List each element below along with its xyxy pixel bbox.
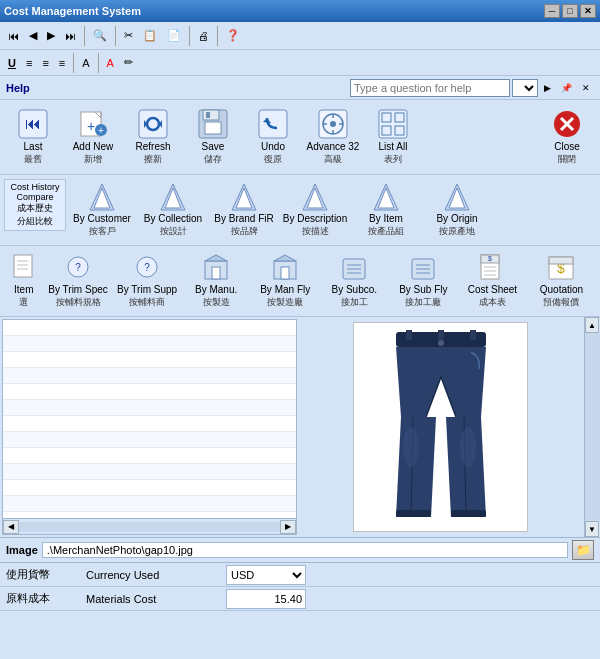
left-list-panel[interactable]: ◀ ▶	[2, 319, 297, 535]
svg-rect-85	[451, 510, 486, 517]
h-scrollbar[interactable]: ◀ ▶	[3, 518, 296, 534]
highlight-button[interactable]: A	[78, 54, 93, 72]
list-item[interactable]	[3, 320, 296, 336]
nav-prev-button[interactable]: ◀	[25, 26, 41, 45]
right-image-panel	[297, 317, 584, 537]
materials-cost-input[interactable]	[226, 589, 306, 609]
currency-label-en: Currency Used	[86, 569, 226, 581]
image-bar: Image .\MerchanNetPhoto\gap10.jpg 📁	[0, 537, 600, 563]
align-left-button[interactable]: ≡	[22, 54, 36, 72]
list-item[interactable]	[3, 496, 296, 512]
nav-next-button[interactable]: ▶	[43, 26, 59, 45]
window-controls: ─ □ ✕	[544, 4, 596, 18]
list-item[interactable]	[3, 448, 296, 464]
by-collection-icon	[159, 182, 187, 212]
by-manu-button[interactable]: By Manu. 按製造	[182, 250, 251, 312]
font-color-button[interactable]: A	[103, 54, 118, 72]
v-scrollbar[interactable]: ▲ ▼	[584, 317, 600, 537]
save-label-zh: 儲存	[204, 153, 222, 166]
by-origin-label-en: By Origin	[436, 213, 477, 224]
copy-button[interactable]: 📋	[139, 26, 161, 45]
by-customer-button[interactable]: By Customer 按客戶	[67, 179, 137, 241]
by-brand-button[interactable]: By Brand FiR 按品牌	[209, 179, 279, 241]
maximize-button[interactable]: □	[562, 4, 578, 18]
h-scroll-track[interactable]	[19, 522, 280, 532]
cost-history-compare[interactable]: Cost History Compare 成本歷史 分組比較	[4, 179, 66, 231]
undo-button[interactable]: Undo 復原	[244, 104, 302, 170]
close-window-button[interactable]: ✕	[580, 4, 596, 18]
svg-rect-8	[139, 110, 167, 138]
minimize-button[interactable]: ─	[544, 4, 560, 18]
svg-rect-76	[406, 330, 412, 340]
by-collection-label-zh: 按設計	[160, 225, 187, 238]
help-search-input[interactable]	[350, 79, 510, 97]
align-right-button[interactable]: ≡	[55, 54, 69, 72]
quotation-button[interactable]: $ Quotation 預備報價	[527, 250, 596, 312]
nav-last-button[interactable]: ⏭	[61, 27, 80, 45]
by-collection-button[interactable]: By Collection 按設計	[138, 179, 208, 241]
cost-sheet-button[interactable]: $ Cost Sheet 成本表	[458, 250, 527, 312]
save-button[interactable]: Save 儲存	[184, 104, 242, 170]
currency-select[interactable]: USD	[226, 565, 306, 585]
by-subco-button[interactable]: By Subco. 接加工	[320, 250, 389, 312]
list-item[interactable]	[3, 432, 296, 448]
list-item[interactable]	[3, 352, 296, 368]
paste-button[interactable]: 📄	[163, 26, 185, 45]
scroll-right-button[interactable]: ▶	[280, 520, 296, 534]
list-item[interactable]	[3, 368, 296, 384]
cost-sheet-icon: $	[478, 253, 506, 283]
by-trim-spec-button[interactable]: ? By Trim Spec 按輔料規格	[44, 250, 113, 312]
close-button[interactable]: Close 關閉	[538, 104, 596, 170]
scroll-down-button[interactable]: ▼	[585, 521, 599, 537]
help-dropdown[interactable]	[512, 79, 538, 97]
list-item[interactable]	[3, 464, 296, 480]
list-item[interactable]	[3, 480, 296, 496]
by-sub-fly-button[interactable]: By Sub Fly 接加工廠	[389, 250, 458, 312]
help-close-button[interactable]: ✕	[578, 80, 594, 96]
add-new-button[interactable]: + + Add New 新增	[64, 104, 122, 170]
search-button[interactable]: 🔍	[89, 26, 111, 45]
materials-label-en: Materials Cost	[86, 593, 226, 605]
underline-button[interactable]: U	[4, 54, 20, 72]
list-all-label-en: List All	[379, 141, 408, 152]
refresh-button[interactable]: Refresh 擦新	[124, 104, 182, 170]
by-origin-button[interactable]: By Origin 按原產地	[422, 179, 492, 241]
help-button[interactable]: ❓	[222, 26, 244, 45]
list-item[interactable]	[3, 416, 296, 432]
trim-supp-label-en: By Trim Supp	[117, 284, 177, 295]
advance-button[interactable]: Advance 32 高級	[304, 104, 362, 170]
cost-history-compare-zh: 分組比較	[17, 215, 53, 228]
cut-button[interactable]: ✂	[120, 26, 137, 45]
by-man-fly-button[interactable]: By Man Fly 按製造廠	[251, 250, 320, 312]
list-all-button[interactable]: List All 表列	[364, 104, 422, 170]
svg-rect-77	[438, 330, 444, 340]
scroll-left-button[interactable]: ◀	[3, 520, 19, 534]
by-item-button[interactable]: By Item 按產品組	[351, 179, 421, 241]
last-button[interactable]: ⏮ Last 最舊	[4, 104, 62, 170]
nav-first-button[interactable]: ⏮	[4, 27, 23, 45]
by-trim-supp-button[interactable]: ? By Trim Supp 按輔料商	[113, 250, 182, 312]
quotation-label-zh: 預備報價	[543, 296, 579, 309]
svg-rect-24	[379, 110, 407, 138]
draw-button[interactable]: ✏	[120, 53, 137, 72]
trim-spec-label-en: By Trim Spec	[48, 284, 107, 295]
help-bar: Help ▶ 📌 ✕	[0, 76, 600, 100]
list-scroll-area[interactable]	[3, 320, 296, 518]
help-search-go-button[interactable]: ▶	[540, 80, 555, 96]
align-center-button[interactable]: ≡	[38, 54, 52, 72]
toolbar-row-2: U ≡ ≡ ≡ A A ✏	[0, 50, 600, 76]
v-scroll-track[interactable]	[585, 333, 600, 521]
by-description-button[interactable]: By Description 按描述	[280, 179, 350, 241]
list-item[interactable]	[3, 400, 296, 416]
print-button[interactable]: 🖨	[194, 27, 213, 45]
list-item[interactable]	[3, 336, 296, 352]
by-man-fly-icon	[271, 253, 299, 283]
item-button[interactable]: Item 選	[4, 250, 44, 312]
list-item[interactable]	[3, 384, 296, 400]
item-label-en: Item	[14, 284, 33, 295]
quotation-label-en: Quotation	[540, 284, 583, 295]
help-pin-button[interactable]: 📌	[557, 80, 576, 96]
image-browse-button[interactable]: 📁	[572, 540, 594, 560]
last-icon: ⏮	[17, 108, 49, 140]
scroll-up-button[interactable]: ▲	[585, 317, 599, 333]
